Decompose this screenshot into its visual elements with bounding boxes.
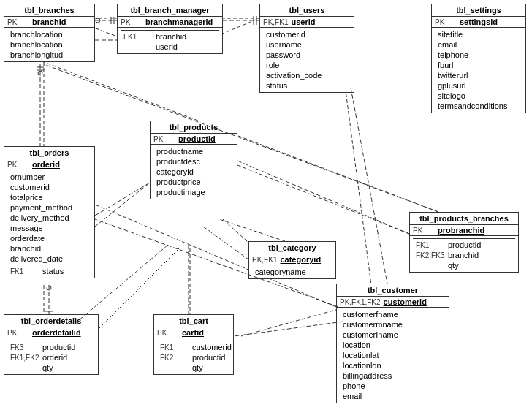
body-cart: FK1customerid FK2productid qty	[154, 338, 233, 374]
svg-line-34	[203, 227, 248, 259]
pk-row-users: PK,FK1 userid	[260, 17, 354, 28]
svg-line-40	[95, 183, 150, 216]
svg-point-19	[96, 18, 100, 23]
svg-line-39	[234, 322, 343, 336]
row: username	[263, 39, 351, 50]
table-tbl-orders: tbl_orders PK orderid ornumber customeri…	[4, 146, 95, 278]
row: FK1productid	[413, 240, 515, 250]
row: location	[340, 340, 446, 350]
row: payment_method	[7, 202, 91, 213]
row: totalprice	[7, 192, 91, 202]
table-tbl-products-branches: tbl_products_branches PK probranchid FK1…	[409, 212, 519, 273]
pk-row-products: PK productid	[151, 134, 237, 145]
svg-line-35	[238, 161, 409, 234]
row: qty	[7, 362, 95, 373]
row: sitelogo	[435, 91, 522, 101]
row: productname	[153, 146, 234, 156]
row: telphone	[435, 50, 522, 60]
svg-point-27	[38, 71, 42, 75]
er-diagram: tbl_branches PK branchid branchlocation …	[0, 0, 532, 418]
row: FK1branchid	[121, 31, 219, 42]
row: productdesc	[153, 156, 234, 167]
row: customerIname	[340, 330, 446, 340]
row: FK1customerid	[157, 342, 230, 352]
row: delivered_date	[7, 254, 91, 264]
row: productimage	[153, 187, 234, 197]
table-tbl-settings: tbl_settings PK settingsid sitetitle ema…	[431, 4, 526, 113]
row: FK2,FK3branchid	[413, 250, 515, 260]
table-tbl-orderdetails: tbl_orderdetails PK orderdetailid FK3pro…	[4, 314, 99, 375]
table-tbl-cart: tbl_cart PK cartid FK1customerid FK2prod…	[153, 314, 234, 375]
row: customerid	[7, 182, 91, 192]
body-users: customerid username password role activa…	[260, 28, 354, 92]
row: locationlat	[340, 350, 446, 360]
table-name-tbl-customer: tbl_customer	[337, 284, 449, 297]
body-branch-manager: FK1branchid userid	[118, 28, 222, 53]
row: userid	[121, 42, 219, 52]
body-category: categoryname	[249, 265, 335, 278]
pk-row-settings: PK settingsid	[432, 17, 525, 28]
row: fburl	[435, 60, 522, 70]
svg-line-6	[95, 183, 150, 227]
row: twitterurl	[435, 70, 522, 80]
table-name-tbl-category: tbl_category	[249, 242, 335, 254]
svg-line-15	[219, 219, 285, 241]
row: customermname	[340, 319, 446, 330]
pk-row-customer: PK,FK1,FK2 customerid	[337, 297, 449, 308]
body-branches: branchlocation branchlocation branchlong…	[4, 28, 94, 61]
body-orders: ornumber customerid totalprice payment_m…	[4, 170, 94, 278]
row: billingaddress	[340, 370, 446, 381]
svg-line-11	[227, 161, 409, 234]
row: activation_code	[263, 70, 351, 80]
row: termsandconditions	[435, 101, 522, 111]
table-tbl-products: tbl_products PK productid productname pr…	[150, 121, 238, 200]
pk-row-branch-manager: PK branchmanagerid	[118, 17, 222, 28]
body-products-branches: FK1productid FK2,FK3branchid qty	[410, 236, 518, 272]
row: password	[263, 50, 351, 60]
pk-row-cart: PK cartid	[154, 327, 233, 338]
row: FK1status	[7, 266, 91, 276]
body-customer: customerfname customermname customerInam…	[337, 308, 449, 403]
table-tbl-customer: tbl_customer PK,FK1,FK2 customerid custo…	[336, 284, 449, 403]
row: branchlocation	[7, 39, 91, 50]
row: branchlongitud	[7, 50, 91, 60]
pk-row-orderdetails: PK orderdetailid	[4, 327, 98, 338]
pk-row-category: PK,FK1 categoryid	[249, 254, 335, 265]
row: email	[435, 39, 522, 50]
pk-row-branches: PK branchid	[4, 17, 94, 28]
row: FK1,FK2orderid	[7, 352, 95, 362]
svg-line-36	[44, 64, 438, 212]
row: status	[263, 80, 351, 91]
svg-line-37	[351, 88, 387, 284]
row: FK3productid	[7, 342, 95, 352]
row: ornumber	[7, 172, 91, 182]
row: productprice	[153, 177, 234, 187]
table-tbl-branches: tbl_branches PK branchid branchlocation …	[4, 4, 95, 62]
row: delivery_method	[7, 213, 91, 223]
row: FK2productid	[157, 352, 230, 362]
table-name-tbl-orderdetails: tbl_orderdetails	[4, 315, 98, 327]
table-tbl-category: tbl_category PK,FK1 categoryid categoryn…	[248, 241, 336, 279]
body-products: productname productdesc categoryid produ…	[151, 145, 237, 199]
row: email	[340, 391, 446, 401]
pk-row-products-branches: PK probranchid	[410, 225, 518, 236]
svg-line-12	[44, 62, 438, 212]
row: categoryid	[153, 167, 234, 177]
row: categoryname	[252, 267, 332, 277]
row: branchlocation	[7, 29, 91, 39]
table-tbl-users: tbl_users PK,FK1 userid customerid usern…	[259, 4, 354, 93]
row: locationlon	[340, 360, 446, 370]
table-name-tbl-branches: tbl_branches	[4, 4, 94, 17]
row: customerid	[263, 29, 351, 39]
table-name-tbl-products: tbl_products	[151, 121, 237, 134]
body-settings: sitetitle email telphone fburl twitterur…	[432, 28, 525, 113]
row: gplusurl	[435, 80, 522, 91]
svg-point-31	[47, 286, 51, 290]
table-name-tbl-orders: tbl_orders	[4, 147, 94, 159]
row: orderdate	[7, 233, 91, 243]
table-name-tbl-products-branches: tbl_products_branches	[410, 213, 518, 225]
table-name-tbl-settings: tbl_settings	[432, 4, 525, 17]
body-orderdetails: FK3productid FK1,FK2orderid qty	[4, 338, 98, 374]
row: customerfname	[340, 309, 446, 319]
table-name-tbl-branch-manager: tbl_branch_manager	[118, 4, 222, 17]
